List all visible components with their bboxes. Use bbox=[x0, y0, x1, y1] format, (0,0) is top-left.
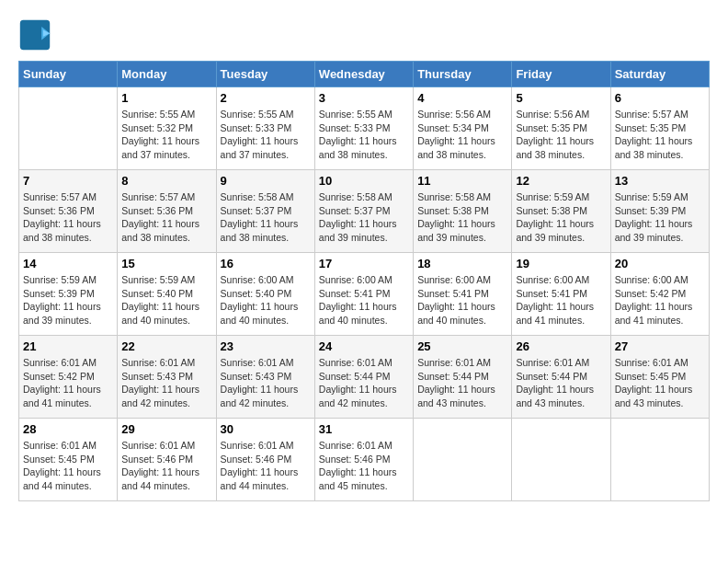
day-header-monday: Monday bbox=[118, 62, 216, 87]
calendar-cell: 10Sunrise: 5:58 AM Sunset: 5:37 PM Dayli… bbox=[314, 170, 413, 253]
day-info: Sunrise: 6:01 AM Sunset: 5:46 PM Dayligh… bbox=[121, 439, 211, 493]
calendar-cell: 1Sunrise: 5:55 AM Sunset: 5:32 PM Daylig… bbox=[118, 87, 216, 170]
day-info: Sunrise: 5:55 AM Sunset: 5:32 PM Dayligh… bbox=[121, 108, 211, 162]
calendar-cell bbox=[19, 87, 118, 170]
day-info: Sunrise: 6:01 AM Sunset: 5:46 PM Dayligh… bbox=[221, 439, 311, 493]
day-info: Sunrise: 5:58 AM Sunset: 5:37 PM Dayligh… bbox=[319, 190, 409, 245]
calendar-cell: 29Sunrise: 6:01 AM Sunset: 5:46 PM Dayli… bbox=[118, 419, 216, 501]
day-number: 28 bbox=[23, 422, 113, 436]
calendar-cell: 19Sunrise: 6:00 AM Sunset: 5:41 PM Dayli… bbox=[512, 253, 610, 336]
day-number: 24 bbox=[319, 339, 409, 353]
week-row-1: 1Sunrise: 5:55 AM Sunset: 5:32 PM Daylig… bbox=[19, 87, 710, 170]
day-number: 9 bbox=[221, 174, 311, 188]
day-info: Sunrise: 6:01 AM Sunset: 5:45 PM Dayligh… bbox=[23, 439, 113, 493]
day-number: 23 bbox=[221, 339, 311, 353]
day-number: 21 bbox=[23, 339, 113, 353]
calendar-cell: 4Sunrise: 5:56 AM Sunset: 5:34 PM Daylig… bbox=[414, 87, 512, 170]
day-number: 15 bbox=[121, 257, 211, 270]
calendar-cell bbox=[610, 419, 709, 501]
day-info: Sunrise: 6:01 AM Sunset: 5:44 PM Dayligh… bbox=[516, 356, 606, 410]
day-number: 5 bbox=[516, 91, 606, 105]
calendar-cell: 7Sunrise: 5:57 AM Sunset: 5:36 PM Daylig… bbox=[19, 170, 118, 253]
week-row-5: 28Sunrise: 6:01 AM Sunset: 5:45 PM Dayli… bbox=[19, 419, 710, 501]
calendar-cell: 5Sunrise: 5:56 AM Sunset: 5:35 PM Daylig… bbox=[512, 87, 610, 170]
day-info: Sunrise: 6:01 AM Sunset: 5:43 PM Dayligh… bbox=[221, 356, 311, 410]
page-header bbox=[18, 18, 710, 52]
calendar-cell: 15Sunrise: 5:59 AM Sunset: 5:40 PM Dayli… bbox=[118, 253, 216, 336]
day-header-thursday: Thursday bbox=[414, 62, 512, 87]
day-info: Sunrise: 5:59 AM Sunset: 5:39 PM Dayligh… bbox=[615, 190, 705, 245]
day-info: Sunrise: 5:56 AM Sunset: 5:35 PM Dayligh… bbox=[516, 108, 606, 162]
day-info: Sunrise: 5:58 AM Sunset: 5:38 PM Dayligh… bbox=[417, 190, 507, 245]
day-number: 19 bbox=[516, 257, 606, 270]
day-info: Sunrise: 6:00 AM Sunset: 5:41 PM Dayligh… bbox=[516, 273, 606, 327]
calendar-cell: 17Sunrise: 6:00 AM Sunset: 5:41 PM Dayli… bbox=[314, 253, 413, 336]
day-info: Sunrise: 5:58 AM Sunset: 5:37 PM Dayligh… bbox=[221, 190, 311, 245]
calendar-cell: 20Sunrise: 6:00 AM Sunset: 5:42 PM Dayli… bbox=[610, 253, 709, 336]
day-info: Sunrise: 5:57 AM Sunset: 5:36 PM Dayligh… bbox=[23, 190, 113, 245]
day-number: 12 bbox=[516, 174, 606, 188]
calendar-cell: 18Sunrise: 6:00 AM Sunset: 5:41 PM Dayli… bbox=[414, 253, 512, 336]
day-number: 4 bbox=[417, 91, 507, 105]
day-number: 6 bbox=[615, 91, 705, 105]
day-info: Sunrise: 5:59 AM Sunset: 5:38 PM Dayligh… bbox=[516, 190, 606, 245]
calendar-cell bbox=[414, 419, 512, 501]
day-header-friday: Friday bbox=[512, 62, 610, 87]
calendar-cell: 11Sunrise: 5:58 AM Sunset: 5:38 PM Dayli… bbox=[414, 170, 512, 253]
week-row-3: 14Sunrise: 5:59 AM Sunset: 5:39 PM Dayli… bbox=[19, 253, 710, 336]
calendar-cell: 25Sunrise: 6:01 AM Sunset: 5:44 PM Dayli… bbox=[414, 336, 512, 419]
day-number: 17 bbox=[319, 257, 409, 270]
day-number: 30 bbox=[221, 422, 311, 436]
day-info: Sunrise: 6:00 AM Sunset: 5:41 PM Dayligh… bbox=[417, 273, 507, 327]
day-number: 7 bbox=[23, 174, 113, 188]
day-info: Sunrise: 5:59 AM Sunset: 5:39 PM Dayligh… bbox=[23, 273, 113, 327]
day-number: 10 bbox=[319, 174, 409, 188]
day-number: 27 bbox=[615, 339, 705, 353]
day-number: 22 bbox=[121, 339, 211, 353]
week-row-4: 21Sunrise: 6:01 AM Sunset: 5:42 PM Dayli… bbox=[19, 336, 710, 419]
calendar-cell: 28Sunrise: 6:01 AM Sunset: 5:45 PM Dayli… bbox=[19, 419, 118, 501]
day-info: Sunrise: 6:01 AM Sunset: 5:42 PM Dayligh… bbox=[23, 356, 113, 410]
calendar-cell: 13Sunrise: 5:59 AM Sunset: 5:39 PM Dayli… bbox=[610, 170, 709, 253]
logo-icon bbox=[18, 18, 51, 52]
day-info: Sunrise: 6:01 AM Sunset: 5:43 PM Dayligh… bbox=[121, 356, 211, 410]
day-number: 26 bbox=[516, 339, 606, 353]
calendar-cell: 30Sunrise: 6:01 AM Sunset: 5:46 PM Dayli… bbox=[216, 419, 314, 501]
day-number: 1 bbox=[121, 91, 211, 105]
day-info: Sunrise: 6:00 AM Sunset: 5:42 PM Dayligh… bbox=[615, 273, 705, 327]
day-info: Sunrise: 5:57 AM Sunset: 5:35 PM Dayligh… bbox=[615, 108, 705, 162]
week-row-2: 7Sunrise: 5:57 AM Sunset: 5:36 PM Daylig… bbox=[19, 170, 710, 253]
day-number: 31 bbox=[319, 422, 409, 436]
day-info: Sunrise: 6:01 AM Sunset: 5:44 PM Dayligh… bbox=[417, 356, 507, 410]
days-of-week-row: SundayMondayTuesdayWednesdayThursdayFrid… bbox=[19, 62, 710, 87]
logo bbox=[18, 18, 55, 52]
day-info: Sunrise: 5:57 AM Sunset: 5:36 PM Dayligh… bbox=[121, 190, 211, 245]
day-number: 3 bbox=[319, 91, 409, 105]
day-number: 25 bbox=[417, 339, 507, 353]
calendar-cell: 27Sunrise: 6:01 AM Sunset: 5:45 PM Dayli… bbox=[610, 336, 709, 419]
calendar-cell: 14Sunrise: 5:59 AM Sunset: 5:39 PM Dayli… bbox=[19, 253, 118, 336]
calendar-cell: 24Sunrise: 6:01 AM Sunset: 5:44 PM Dayli… bbox=[314, 336, 413, 419]
calendar-cell: 6Sunrise: 5:57 AM Sunset: 5:35 PM Daylig… bbox=[610, 87, 709, 170]
calendar-cell: 31Sunrise: 6:01 AM Sunset: 5:46 PM Dayli… bbox=[314, 419, 413, 501]
day-info: Sunrise: 6:00 AM Sunset: 5:40 PM Dayligh… bbox=[221, 273, 311, 327]
day-info: Sunrise: 5:55 AM Sunset: 5:33 PM Dayligh… bbox=[221, 108, 311, 162]
calendar-cell: 2Sunrise: 5:55 AM Sunset: 5:33 PM Daylig… bbox=[216, 87, 314, 170]
day-number: 18 bbox=[417, 257, 507, 270]
calendar-cell: 12Sunrise: 5:59 AM Sunset: 5:38 PM Dayli… bbox=[512, 170, 610, 253]
calendar-cell: 8Sunrise: 5:57 AM Sunset: 5:36 PM Daylig… bbox=[118, 170, 216, 253]
day-number: 20 bbox=[615, 257, 705, 270]
calendar-cell: 3Sunrise: 5:55 AM Sunset: 5:33 PM Daylig… bbox=[314, 87, 413, 170]
day-header-sunday: Sunday bbox=[19, 62, 118, 87]
day-info: Sunrise: 5:56 AM Sunset: 5:34 PM Dayligh… bbox=[417, 108, 507, 162]
day-header-wednesday: Wednesday bbox=[314, 62, 413, 87]
day-info: Sunrise: 6:01 AM Sunset: 5:45 PM Dayligh… bbox=[615, 356, 705, 410]
day-number: 2 bbox=[221, 91, 311, 105]
day-number: 29 bbox=[121, 422, 211, 436]
calendar-cell: 26Sunrise: 6:01 AM Sunset: 5:44 PM Dayli… bbox=[512, 336, 610, 419]
day-header-tuesday: Tuesday bbox=[216, 62, 314, 87]
day-header-saturday: Saturday bbox=[610, 62, 709, 87]
calendar-table: SundayMondayTuesdayWednesdayThursdayFrid… bbox=[18, 61, 710, 501]
day-number: 11 bbox=[417, 174, 507, 188]
day-number: 14 bbox=[23, 257, 113, 270]
